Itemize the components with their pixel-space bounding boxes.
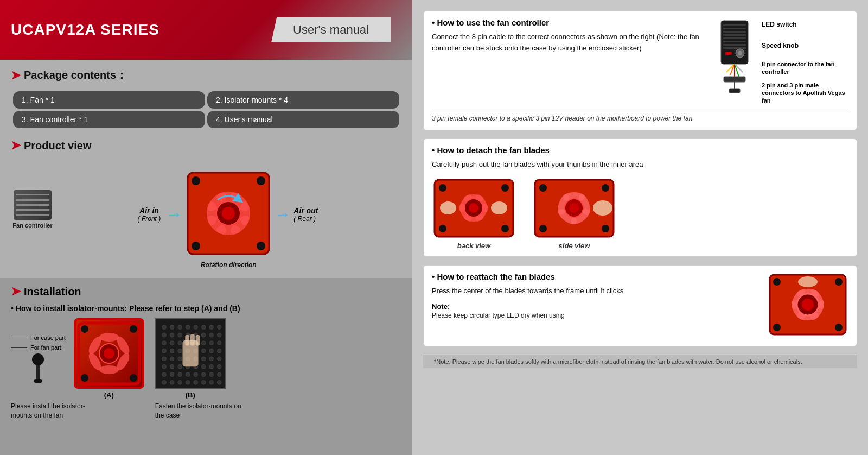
pin2-3-label: 2 pin and 3 pin male connectors to Apoll… xyxy=(762,81,848,105)
svg-point-92 xyxy=(217,380,221,384)
front-label: ( Front ) xyxy=(138,215,161,223)
package-table: 1. Fan * 1 2. Isolator-mounts * 4 3. Fan… xyxy=(11,89,401,130)
svg-point-32 xyxy=(186,325,190,330)
label-b: (B) xyxy=(186,391,195,399)
svg-point-143 xyxy=(569,203,579,213)
svg-point-77 xyxy=(162,372,166,377)
rotation-label: Rotation direction xyxy=(201,261,257,269)
svg-rect-101 xyxy=(723,34,746,36)
back-view-block: back view xyxy=(432,177,516,250)
back-view-label: back view xyxy=(457,242,490,250)
package-item-1: 1. Fan * 1 xyxy=(13,91,205,109)
svg-point-86 xyxy=(170,380,174,384)
svg-point-147 xyxy=(835,278,843,286)
detach-desc: Carefully push out the fan blades with y… xyxy=(432,159,848,170)
svg-rect-114 xyxy=(724,77,745,82)
fc-device-column xyxy=(716,18,754,94)
pin8-label: 8 pin connector to the fan controller xyxy=(762,60,848,76)
header: UCAPV12A series User's manual xyxy=(0,0,412,60)
svg-point-85 xyxy=(162,380,166,384)
svg-point-67 xyxy=(209,357,214,361)
svg-point-58 xyxy=(201,349,206,353)
svg-point-68 xyxy=(217,357,221,361)
for-labels: For case part For fan part xyxy=(11,334,66,351)
svg-point-66 xyxy=(201,357,206,361)
package-item-3: 3. Fan controller * 1 xyxy=(13,111,205,128)
svg-point-149 xyxy=(835,324,843,331)
svg-point-36 xyxy=(217,325,221,330)
svg-point-35 xyxy=(209,325,214,330)
speed-knob-label: Speed knob xyxy=(762,42,848,49)
svg-point-76 xyxy=(217,364,221,369)
svg-point-3 xyxy=(192,242,200,250)
svg-point-89 xyxy=(194,380,198,384)
svg-point-136 xyxy=(602,225,609,232)
svg-point-54 xyxy=(170,349,174,353)
svg-point-91 xyxy=(209,380,214,384)
svg-rect-95 xyxy=(190,334,195,345)
main-wrapper: UCAPV12A series User's manual ➤ Package … xyxy=(0,0,868,455)
svg-point-20 xyxy=(99,333,119,342)
reattach-content: • How to reattach the fan blades Press t… xyxy=(432,272,848,339)
svg-point-59 xyxy=(209,349,214,353)
fc-device-area: LED switch Speed knob 8 pin connector to… xyxy=(716,18,848,104)
svg-point-69 xyxy=(162,364,166,369)
svg-point-79 xyxy=(178,372,182,377)
fan-svg xyxy=(185,170,272,257)
arrow-icon-3: ➤ xyxy=(11,285,21,299)
svg-point-4 xyxy=(257,242,265,250)
svg-point-90 xyxy=(201,380,206,384)
detach-heading: • How to detach the fan blades xyxy=(432,146,848,155)
svg-point-60 xyxy=(217,349,221,353)
svg-point-83 xyxy=(209,372,214,377)
svg-rect-116 xyxy=(729,89,740,93)
svg-point-129 xyxy=(469,203,478,213)
reattach-text: • How to reattach the fan blades Press t… xyxy=(432,272,756,339)
rear-label: ( Rear ) xyxy=(293,215,316,223)
case-line xyxy=(11,338,27,338)
svg-rect-102 xyxy=(723,37,746,39)
svg-point-42 xyxy=(201,333,206,337)
back-view-svg xyxy=(432,177,516,239)
led-switch-label: LED switch xyxy=(762,21,848,28)
right-panel: • How to use the fan controller Connect … xyxy=(412,0,868,455)
reattach-svg xyxy=(767,272,848,337)
svg-point-71 xyxy=(178,364,182,369)
fan-controller-img: Fan controller xyxy=(11,190,54,233)
air-out-label: Air out xyxy=(293,206,318,215)
red-fan-frame-a xyxy=(74,318,144,389)
install-block-b: (B) Fasten the isolator-mounts on the ca… xyxy=(155,318,242,420)
fc-section: • How to use the fan controller Connect … xyxy=(423,11,857,130)
fc-labels: LED switch Speed knob 8 pin connector to… xyxy=(762,18,848,104)
for-fan-label: For fan part xyxy=(11,344,66,351)
svg-point-133 xyxy=(539,184,547,192)
svg-point-157 xyxy=(802,299,814,311)
svg-point-148 xyxy=(773,324,781,331)
fc-text: • How to use the fan controller Connect … xyxy=(432,18,705,104)
fc-desc: Connect the 8 pin cable to the correct c… xyxy=(432,31,705,54)
arrow-icon: ➤ xyxy=(11,68,21,83)
svg-point-1 xyxy=(192,176,200,185)
install-block-a: For case part For fan part xyxy=(11,318,144,420)
svg-point-75 xyxy=(209,364,214,369)
svg-point-144 xyxy=(593,200,612,216)
svg-point-118 xyxy=(439,184,446,192)
arrow-icon-2: ➤ xyxy=(11,138,21,153)
svg-point-38 xyxy=(170,333,174,337)
svg-point-70 xyxy=(170,364,174,369)
svg-point-34 xyxy=(201,325,206,330)
footer-note: *Note: Please wipe the fan blades softly… xyxy=(423,355,857,368)
for-case-label: For case part xyxy=(11,334,66,341)
svg-point-81 xyxy=(194,372,198,377)
svg-point-121 xyxy=(501,225,509,232)
svg-rect-98 xyxy=(723,24,746,26)
svg-point-130 xyxy=(440,201,456,214)
svg-point-51 xyxy=(209,341,214,345)
fc-visual xyxy=(14,190,52,220)
detach-section: • How to detach the fan blades Carefully… xyxy=(423,138,857,257)
case-svg xyxy=(156,318,225,389)
svg-point-18 xyxy=(81,374,88,382)
air-in-label: Air in xyxy=(139,206,159,215)
air-in-arrow-icon: → xyxy=(166,205,182,224)
fan-diagram: Rotation direction xyxy=(185,170,272,259)
